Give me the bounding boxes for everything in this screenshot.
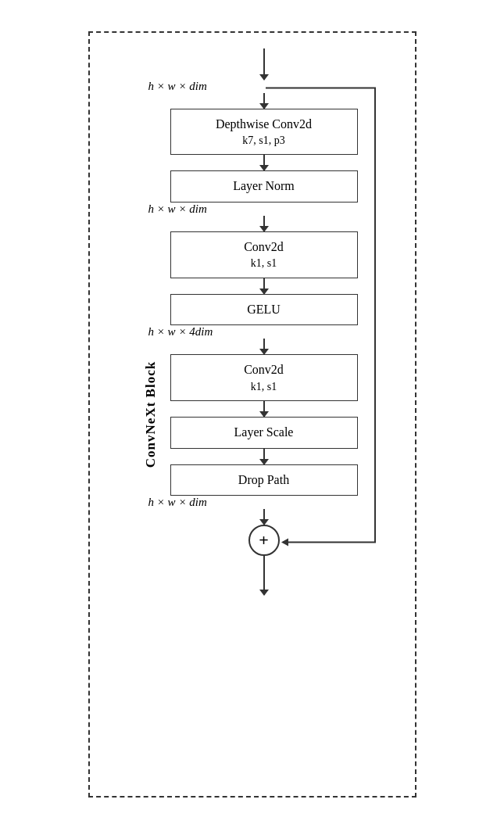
arrow-to-gelu <box>263 278 265 294</box>
arrow-to-layernorm <box>263 155 265 170</box>
layerscale-block: Layer Scale <box>170 417 358 448</box>
add-symbol: + <box>259 530 269 550</box>
arrow-to-add <box>263 509 265 525</box>
annotation-input: h × w × dim <box>148 80 207 93</box>
arrow-to-conv2d2 <box>263 339 265 354</box>
output-arrow <box>263 556 265 595</box>
arrow-to-droppath <box>263 449 265 464</box>
add-node: + <box>248 525 280 556</box>
arrow-to-depthwise <box>263 93 265 109</box>
annotation-after-gelu: h × w × 4dim <box>148 325 213 339</box>
annotation-before-add: h × w × dim <box>148 496 207 509</box>
arrow-to-conv2d1 <box>263 216 265 231</box>
conv2d-2-block: Conv2d k1, s1 <box>170 354 358 401</box>
input-arrow <box>263 48 265 80</box>
flow-diagram: h × w × dim Depthwise Conv2d k7, s1, p3 … <box>137 48 391 596</box>
layernorm-block: Layer Norm <box>170 170 358 202</box>
depthwise-conv2d-block: Depthwise Conv2d k7, s1, p3 <box>170 109 358 156</box>
arrow-to-layerscale <box>263 401 265 417</box>
diagram-container: ConvNeXt Block h × w × dim Depthwise Con… <box>88 31 416 798</box>
gelu-block: GELU <box>170 294 358 325</box>
conv2d-1-block: Conv2d k1, s1 <box>170 231 358 278</box>
annotation-after-layernorm: h × w × dim <box>148 203 207 216</box>
droppath-block: Drop Path <box>170 464 358 496</box>
